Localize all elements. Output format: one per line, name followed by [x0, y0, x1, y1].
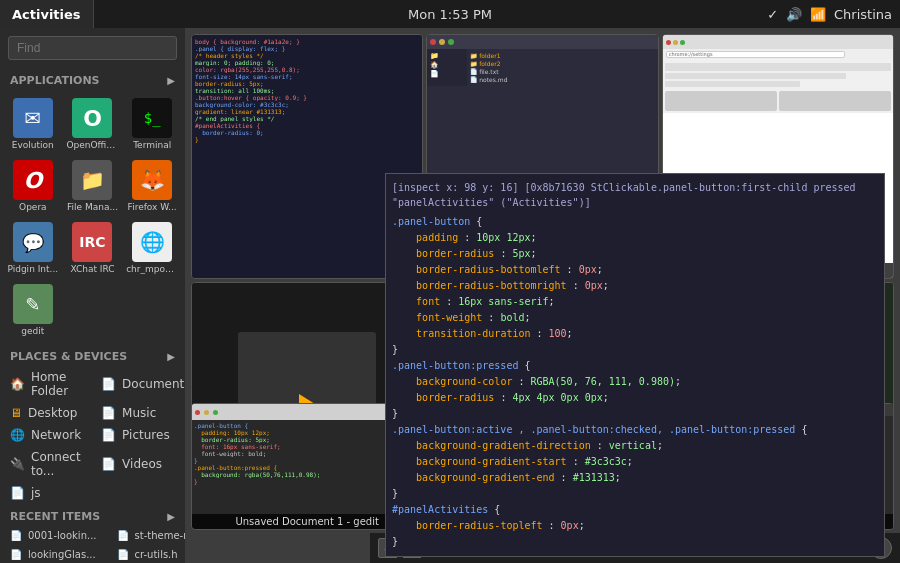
recent-item-sttheme-n[interactable]: 📄 st-theme-n...	[107, 526, 185, 545]
desktop-icon: 🖥	[10, 406, 22, 420]
xchat-icon: IRC	[72, 222, 112, 262]
firefox-label: Firefox W...	[128, 202, 177, 212]
sidebar-item-js[interactable]: 📄 js	[0, 482, 91, 504]
firefox-icon: 🦊	[132, 160, 172, 200]
connect-icon: 🔌	[10, 457, 25, 471]
inspect-overlay: [inspect x: 98 y: 16] [0x8b71630 StClick…	[385, 173, 885, 557]
network-folder-icon: 🌐	[10, 428, 25, 442]
signal-icon: 📶	[810, 7, 826, 22]
videos-icon: 📄	[101, 457, 116, 471]
sidebar-item-music[interactable]: 📄 Music	[91, 402, 185, 424]
recent-lookingglas-label: lookingGlas...	[28, 549, 96, 560]
app-xchat[interactable]: IRC XChat IRC	[64, 218, 122, 278]
recent-header: RECENT ITEMS ▶	[0, 504, 185, 526]
sidebar-item-connect[interactable]: 🔌 Connect to...	[0, 446, 91, 482]
app-gedit[interactable]: ✎ gedit	[4, 280, 62, 340]
recent-lookingglas-icon: 📄	[10, 549, 22, 560]
chrmpouc-icon: 🌐	[132, 222, 172, 262]
evolution-label: Evolution	[12, 140, 54, 150]
pidgin-label: Pidgin Int...	[7, 264, 58, 274]
recent-arrow[interactable]: ▶	[167, 511, 175, 522]
places-grid: 🏠 Home Folder 📄 Documents 🖥 Desktop 📄 Mu…	[0, 366, 185, 504]
sidebar: APPLICATIONS ▶ ✉ Evolution O OpenOffic..…	[0, 28, 185, 563]
js-label: js	[31, 486, 41, 500]
app-openoffice[interactable]: O OpenOffic...	[64, 94, 122, 154]
topbar-right: ✓ 🔊 📶 Christina	[767, 7, 900, 22]
applications-arrow[interactable]: ▶	[167, 75, 175, 86]
network-icon: ✓	[767, 7, 778, 22]
search-box[interactable]	[8, 36, 177, 60]
pictures-icon: 📄	[101, 428, 116, 442]
documents-label: Documents	[122, 377, 185, 391]
recent-0001-icon: 📄	[10, 530, 22, 541]
js-folder-icon: 📄	[10, 486, 25, 500]
gedit-icon: ✎	[13, 284, 53, 324]
sidebar-item-home[interactable]: 🏠 Home Folder	[0, 366, 91, 402]
app-pidgin[interactable]: 💬 Pidgin Int...	[4, 218, 62, 278]
home-label: Home Folder	[31, 370, 81, 398]
chrmpouc-label: chr_mpou...	[126, 264, 178, 274]
applications-header: APPLICATIONS ▶	[0, 68, 185, 90]
recent-0001-label: 0001-lookin...	[28, 530, 97, 541]
app-filemanager[interactable]: 📁 File Mana...	[64, 156, 122, 216]
topbar-clock: Mon 1:53 PM	[408, 7, 492, 22]
activities-button[interactable]: Activities	[0, 0, 94, 28]
app-chrmpouc[interactable]: 🌐 chr_mpou...	[123, 218, 181, 278]
sidebar-item-network[interactable]: 🌐 Network	[0, 424, 91, 446]
evolution-icon: ✉	[13, 98, 53, 138]
app-terminal[interactable]: $_ Terminal	[123, 94, 181, 154]
filemanager-icon: 📁	[72, 160, 112, 200]
gedit-label: gedit	[21, 326, 44, 336]
recent-crutils-label: cr-utils.h	[135, 549, 178, 560]
topbar: Activities Mon 1:53 PM ✓ 🔊 📶 Christina	[0, 0, 900, 28]
terminal-label: Terminal	[133, 140, 171, 150]
pidgin-icon: 💬	[13, 222, 53, 262]
opera-label: Opera	[19, 202, 47, 212]
app-grid: ✉ Evolution O OpenOffic... $_ Terminal O…	[0, 90, 185, 344]
recent-sttheme-n-label: st-theme-n...	[135, 530, 185, 541]
music-label: Music	[122, 406, 156, 420]
volume-icon: 🔊	[786, 7, 802, 22]
places-arrow[interactable]: ▶	[167, 351, 175, 362]
home-icon: 🏠	[10, 377, 25, 391]
videos-label: Videos	[122, 457, 162, 471]
app-opera[interactable]: O Opera	[4, 156, 62, 216]
documents-icon: 📄	[101, 377, 116, 391]
places-header: PLACES & DEVICES ▶	[0, 344, 185, 366]
openoffice-icon: O	[72, 98, 112, 138]
pictures-label: Pictures	[122, 428, 170, 442]
sidebar-item-desktop[interactable]: 🖥 Desktop	[0, 402, 91, 424]
recent-items-grid: 📄 0001-lookin... 📄 st-theme-n... 📄 looki…	[0, 526, 185, 563]
recent-item-lookingglas[interactable]: 📄 lookingGlas...	[0, 545, 107, 563]
recent-item-0001[interactable]: 📄 0001-lookin...	[0, 526, 107, 545]
xchat-label: XChat IRC	[70, 264, 114, 274]
user-name: Christina	[834, 7, 892, 22]
openoffice-label: OpenOffic...	[66, 140, 118, 150]
filemanager-label: File Mana...	[67, 202, 118, 212]
music-icon: 📄	[101, 406, 116, 420]
content-area: [inspect x: 98 y: 16] [0x8b71630 StClick…	[185, 28, 900, 563]
opera-icon: O	[13, 160, 53, 200]
recent-crutils-icon: 📄	[117, 549, 129, 560]
sidebar-item-pictures[interactable]: 📄 Pictures	[91, 424, 185, 446]
recent-sttheme-n-icon: 📄	[117, 530, 129, 541]
inspect-header: [inspect x: 98 y: 16] [0x8b71630 StClick…	[392, 180, 878, 210]
main-container: APPLICATIONS ▶ ✉ Evolution O OpenOffic..…	[0, 28, 900, 563]
recent-item-crutils[interactable]: 📄 cr-utils.h	[107, 545, 185, 563]
desktop-label: Desktop	[28, 406, 78, 420]
sidebar-item-documents[interactable]: 📄 Documents	[91, 366, 185, 402]
sidebar-item-videos[interactable]: 📄 Videos	[91, 446, 185, 482]
inspect-code: .panel-button { padding : 10px 12px; bor…	[392, 214, 878, 550]
network-label: Network	[31, 428, 81, 442]
app-firefox[interactable]: 🦊 Firefox W...	[123, 156, 181, 216]
connect-label: Connect to...	[31, 450, 81, 478]
search-input[interactable]	[17, 41, 168, 55]
app-evolution[interactable]: ✉ Evolution	[4, 94, 62, 154]
terminal-icon: $_	[132, 98, 172, 138]
